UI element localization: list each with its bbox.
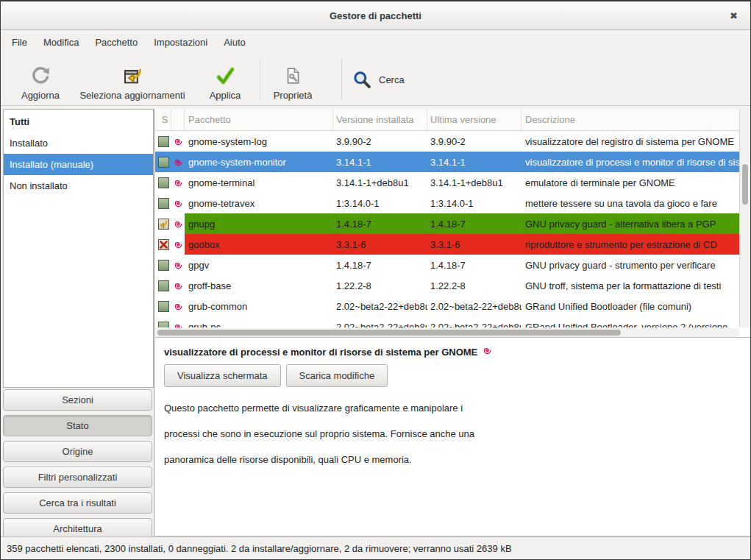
- installed-version-cell: 1:3.14.0-1: [333, 193, 427, 213]
- window-title: Gestore di pacchetti: [330, 10, 421, 21]
- vertical-scrollbar[interactable]: [739, 109, 750, 327]
- sidebar-button-origine[interactable]: Origine: [3, 441, 152, 462]
- table-row[interactable]: gnome-tetravex1:3.14.0-11:3.14.0-1metter…: [155, 193, 739, 213]
- debian-swirl-icon: [171, 296, 185, 316]
- mark-upgrades-button[interactable]: Seleziona aggiornamenti: [71, 58, 194, 101]
- sidebar-filter-tutti[interactable]: Tutti: [4, 111, 153, 132]
- sidebar-button-filtri-personalizzati[interactable]: Filtri personalizzati: [3, 467, 152, 488]
- package-name-cell: gnupg: [185, 213, 333, 234]
- description-line: processi che sono in esecuzione sul prop…: [164, 421, 741, 447]
- vertical-scrollbar-thumb[interactable]: [742, 164, 748, 205]
- menu-item-pacchetto[interactable]: Pacchetto: [87, 33, 146, 52]
- debian-swirl-icon: [171, 131, 185, 152]
- installed-version-cell: 1.22.2-8: [333, 275, 427, 296]
- sidebar-filter-installato-manuale[interactable]: Installato (manuale): [4, 154, 153, 175]
- table-row[interactable]: goobox3.3.1-63.3.1-6riproduttore e strum…: [155, 234, 739, 255]
- menu-item-file[interactable]: File: [4, 33, 35, 52]
- sidebar-button-stato[interactable]: Stato: [3, 415, 152, 436]
- table-row[interactable]: gnome-system-monitor3.14.1-13.14.1-1visu…: [155, 152, 739, 172]
- package-details-panel: visualizzatore di processi e monitor di …: [155, 337, 750, 536]
- menu-bar: FileModificaPacchettoImpostazioniAiuto: [1, 31, 750, 53]
- description-cell: GNU troff, sistema per la formattazione …: [522, 275, 739, 296]
- view-screenshot-button[interactable]: Visualizza schermata: [164, 364, 281, 387]
- description-cell: GRand Unified Bootloader, versione 2 (ve…: [522, 316, 739, 327]
- package-manager-window: Gestore di pacchetti ✖ FileModificaPacch…: [0, 0, 751, 560]
- table-row[interactable]: grub-pc2.02~beta2-22+deb8u12.02~beta2-22…: [155, 316, 739, 327]
- status-cell: [155, 152, 171, 172]
- status-cell: [155, 213, 171, 234]
- title-bar[interactable]: Gestore di pacchetti ✖: [1, 1, 750, 30]
- installed-status-icon: [158, 260, 169, 271]
- sidebar-button-cerca-tra-i-risultati[interactable]: Cerca tra i risultati: [3, 492, 152, 514]
- description-cell: riproduttore e strumento per estrazione …: [522, 234, 739, 255]
- column-header-descrizione[interactable]: Descrizione: [522, 109, 750, 130]
- properties-icon: [282, 63, 303, 89]
- menu-item-aiuto[interactable]: Aiuto: [216, 33, 254, 52]
- table-header: SPacchettoVersione installataUltima vers…: [155, 109, 750, 131]
- description-cell: emulatore di terminale per GNOME: [522, 172, 739, 193]
- latest-version-cell: 2.02~beta2-22+deb8u1: [427, 316, 522, 327]
- remove-status-icon: [158, 239, 169, 250]
- installed-version-cell: 1.4.18-7: [333, 255, 427, 275]
- description-cell: GNU privacy guard - strumento per verifi…: [522, 255, 739, 275]
- installed-status-icon: [158, 198, 169, 209]
- table-row[interactable]: gnome-terminal3.14.1-1+deb8u13.14.1-1+de…: [155, 172, 739, 193]
- package-name-cell: gpgv: [185, 255, 333, 275]
- sidebar-button-sezioni[interactable]: Sezioni: [3, 389, 152, 411]
- debian-swirl-icon: [171, 316, 185, 327]
- latest-version-cell: 3.3.1-6: [427, 234, 522, 255]
- horizontal-scrollbar[interactable]: [155, 328, 739, 337]
- installed-status-icon: [158, 157, 169, 168]
- description-cell: GNU privacy guard - alternativa libera a…: [522, 213, 739, 234]
- installed-status-icon: [158, 280, 169, 291]
- column-header-s[interactable]: S: [155, 109, 171, 130]
- status-cell: [155, 172, 171, 193]
- sidebar-filter-non-installato[interactable]: Non installato: [4, 175, 153, 196]
- table-row[interactable]: gnupg1.4.18-71.4.18-7GNU privacy guard -…: [155, 213, 739, 234]
- package-description: Questo pacchetto permette di visualizzar…: [164, 395, 741, 472]
- table-body: gnome-system-log3.9.90-23.9.90-2visualiz…: [155, 131, 739, 327]
- search-button[interactable]: Cerca: [352, 65, 405, 93]
- close-icon[interactable]: ✖: [730, 1, 738, 30]
- debian-swirl-icon: [171, 275, 185, 296]
- table-row[interactable]: gpgv1.4.18-71.4.18-7GNU privacy guard - …: [155, 255, 739, 275]
- column-header-swirl[interactable]: [171, 109, 185, 130]
- refresh-label: Aggiorna: [21, 90, 60, 101]
- refresh-icon: [29, 63, 51, 89]
- debian-swirl-icon: [171, 213, 185, 234]
- package-name-cell: goobox: [185, 234, 333, 255]
- installed-status-icon: [158, 136, 169, 147]
- refresh-button[interactable]: Aggiorna: [15, 58, 66, 101]
- column-header-versione-installata[interactable]: Versione installata: [333, 109, 427, 130]
- toolbar: Aggiorna Seleziona aggiornamenti Applica: [1, 53, 750, 106]
- status-cell: [155, 296, 171, 316]
- status-cell: [155, 275, 171, 296]
- table-row[interactable]: grub-common2.02~beta2-22+deb8u12.02~beta…: [155, 296, 739, 316]
- apply-button[interactable]: Applica: [201, 58, 249, 101]
- sidebar-filter-installato[interactable]: Installato: [4, 132, 153, 154]
- apply-check-icon: [214, 63, 236, 89]
- properties-button[interactable]: Proprietà: [264, 58, 321, 101]
- search-icon: [352, 66, 372, 93]
- description-line: panoramica delle risorse disponibili, qu…: [164, 447, 741, 472]
- debian-swirl-icon: [171, 152, 185, 172]
- toolbar-separator: [260, 59, 260, 100]
- menu-item-modifica[interactable]: Modifica: [35, 33, 87, 52]
- installed-version-cell: 2.02~beta2-22+deb8u1: [333, 316, 427, 327]
- table-row[interactable]: gnome-system-log3.9.90-23.9.90-2visualiz…: [155, 131, 739, 152]
- panel-divider: [154, 109, 154, 536]
- installed-version-cell: 3.14.1-1+deb8u1: [333, 172, 427, 193]
- description-cell: visualizzatore del registro di sistema p…: [522, 131, 739, 152]
- search-label: Cerca: [379, 74, 405, 85]
- description-cell: visualizzatore di processi e monitor di …: [522, 152, 739, 172]
- table-row[interactable]: groff-base1.22.2-81.22.2-8GNU troff, sis…: [155, 275, 739, 296]
- mark-upgrades-label: Seleziona aggiornamenti: [79, 90, 185, 101]
- latest-version-cell: 1.4.18-7: [427, 213, 522, 234]
- installed-status-icon: [158, 177, 169, 188]
- installed-status-icon: [158, 322, 169, 328]
- column-header-pacchetto[interactable]: Pacchetto: [185, 109, 333, 130]
- column-header-ultima-versione[interactable]: Ultima versione: [427, 109, 522, 130]
- menu-item-impostazioni[interactable]: Impostazioni: [146, 33, 216, 52]
- horizontal-scrollbar-thumb[interactable]: [157, 330, 621, 336]
- download-changelog-button[interactable]: Scarica modifiche: [286, 364, 388, 387]
